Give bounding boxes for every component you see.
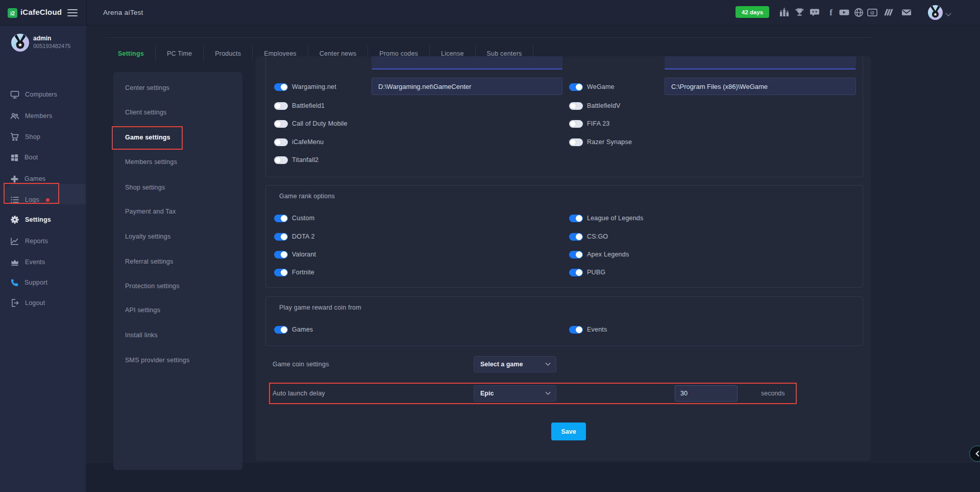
custom-toggle[interactable]	[274, 215, 288, 222]
wargaming-path-input[interactable]	[372, 78, 562, 95]
ranking-icon[interactable]	[779, 7, 789, 17]
toggle-row-apex: Apex Legends	[569, 248, 629, 261]
submenu-sms-provider-settings[interactable]: SMS provider settings	[125, 354, 189, 366]
submenu-members-settings[interactable]: Members settings	[125, 156, 177, 168]
toggle-row-dota2: DOTA 2	[274, 230, 315, 243]
game-rank-title: Game rank options	[279, 193, 335, 200]
battlefieldv-toggle[interactable]	[569, 102, 583, 110]
auto-launch-delay-input[interactable]	[675, 385, 738, 402]
submenu-client-settings[interactable]: Client settings	[125, 106, 167, 119]
reward-events-toggle[interactable]	[569, 326, 583, 334]
toggle-row-reward-events: Events	[569, 323, 607, 336]
pubg-toggle[interactable]	[569, 269, 583, 276]
sidebar-item-logout[interactable]: Logout	[10, 297, 45, 309]
sidebar-item-logs[interactable]: Logs	[10, 194, 50, 206]
select-chevron-icon	[546, 389, 551, 394]
sidebar-user-id: 005193482475	[33, 43, 70, 49]
sidebar: admin 005193482475 Computers Members Sho…	[0, 26, 86, 492]
toggle-row-custom: Custom	[274, 212, 314, 225]
auto-launch-game-select[interactable]: Epic	[474, 385, 556, 402]
game-coin-select[interactable]: Select a game	[474, 356, 556, 372]
logs-notification-dot	[46, 198, 50, 202]
dota2-toggle[interactable]	[274, 233, 288, 241]
tab-pc-time[interactable]: PC Time	[156, 46, 204, 61]
submenu-loyalty-settings[interactable]: Loyalty settings	[125, 230, 170, 243]
logout-icon	[10, 298, 19, 308]
toggle-row-wegame: WeGame	[569, 80, 615, 93]
toggle-row-fortnite: Fortnite	[274, 266, 314, 279]
toggle-row-titanfall2: Titanfall2	[274, 153, 318, 167]
sidebar-item-settings[interactable]: Settings	[10, 214, 51, 226]
svg-text:i2: i2	[870, 10, 874, 15]
submenu-game-settings[interactable]: Game settings	[125, 131, 170, 144]
trophy-icon[interactable]	[794, 7, 804, 17]
toggle-row-battlefield1: Battlefield1	[274, 99, 325, 112]
sidebar-item-reports[interactable]: Reports	[10, 235, 48, 247]
logo-area: i2 iCafeCloud	[0, 0, 87, 26]
titanfall2-toggle[interactable]	[274, 156, 288, 164]
submenu-install-links[interactable]: Install links	[125, 329, 158, 341]
toggle-row-pubg: PUBG	[569, 266, 605, 279]
sidebar-item-support[interactable]: Support	[10, 276, 47, 289]
app-logo-icon: i2	[8, 8, 17, 18]
razer-synapse-toggle[interactable]	[569, 138, 583, 146]
cart-icon	[10, 132, 19, 142]
submenu-shop-settings[interactable]: Shop settings	[125, 181, 165, 194]
submenu-protection-settings[interactable]: Protection settings	[125, 280, 180, 292]
toggle-row-razer-synapse: Razer Synapse	[569, 135, 632, 149]
layers-icon[interactable]	[884, 7, 894, 17]
toggle-row-lol: League of Legends	[569, 212, 643, 225]
phone-icon	[10, 278, 19, 287]
sidebar-item-shop[interactable]: Shop	[10, 131, 40, 143]
collapse-panel-button[interactable]	[969, 446, 980, 462]
hamburger-menu-icon[interactable]	[67, 9, 78, 16]
sidebar-username: admin	[33, 35, 51, 42]
toggle-row-valorant: Valorant	[274, 248, 316, 261]
account-chevron-down-icon[interactable]	[945, 10, 951, 16]
facebook-icon[interactable]: f	[826, 7, 836, 17]
reward-games-toggle[interactable]	[274, 326, 288, 334]
lol-toggle[interactable]	[569, 215, 583, 222]
sidebar-item-computers[interactable]: Computers	[10, 88, 57, 101]
license-days-badge[interactable]: 42 days	[736, 6, 769, 18]
tab-settings[interactable]: Settings	[107, 46, 156, 61]
tab-products[interactable]: Products	[204, 46, 253, 61]
apex-toggle[interactable]	[569, 251, 583, 259]
fortnite-toggle[interactable]	[274, 269, 288, 276]
submenu-payment-and-tax[interactable]: Payment and Tax	[125, 205, 176, 218]
submenu-center-settings[interactable]: Center settings	[125, 82, 169, 94]
sidebar-item-boot[interactable]: Boot	[10, 151, 38, 163]
sidebar-item-games[interactable]: Games	[10, 173, 45, 185]
mail-icon[interactable]	[901, 7, 912, 17]
globe-icon[interactable]	[853, 7, 864, 17]
user-avatar[interactable]	[928, 5, 943, 20]
app-logo-text: iCafeCloud	[20, 8, 62, 16]
save-button[interactable]: Save	[551, 423, 586, 440]
csgo-toggle[interactable]	[569, 233, 583, 241]
submenu-referral-settings[interactable]: Referral settings	[125, 255, 173, 268]
wegame-path-input[interactable]	[665, 78, 856, 95]
icafemenu-toggle[interactable]	[274, 138, 288, 146]
wegame-toggle[interactable]	[569, 83, 583, 91]
youtube-icon[interactable]	[839, 7, 849, 17]
crown-icon	[10, 257, 19, 267]
cod-mobile-toggle[interactable]	[274, 120, 288, 128]
launcher-path-input-partial-left[interactable]	[372, 56, 562, 69]
top-bar: i2 iCafeCloud Arena aiTest 42 days	[0, 0, 980, 26]
game-coin-settings-label: Game coin settings	[273, 361, 329, 368]
sidebar-item-events[interactable]: Events	[10, 256, 45, 268]
wargaming-toggle[interactable]	[274, 83, 288, 91]
launcher-path-input-partial-right[interactable]	[665, 56, 856, 69]
sidebar-avatar[interactable]	[11, 34, 29, 52]
select-chevron-icon	[546, 360, 551, 365]
valorant-toggle[interactable]	[274, 251, 288, 259]
games-icon	[10, 175, 19, 183]
seconds-unit-label: seconds	[761, 390, 785, 397]
battlefield1-toggle[interactable]	[274, 102, 288, 110]
submenu-api-settings[interactable]: API settings	[125, 304, 160, 316]
monitor-icon	[10, 90, 19, 99]
sidebar-item-members[interactable]: Members	[10, 110, 53, 122]
discord-icon[interactable]	[810, 7, 820, 17]
fifa23-toggle[interactable]	[569, 120, 583, 128]
icafe-brand-icon[interactable]: i2	[867, 7, 877, 17]
